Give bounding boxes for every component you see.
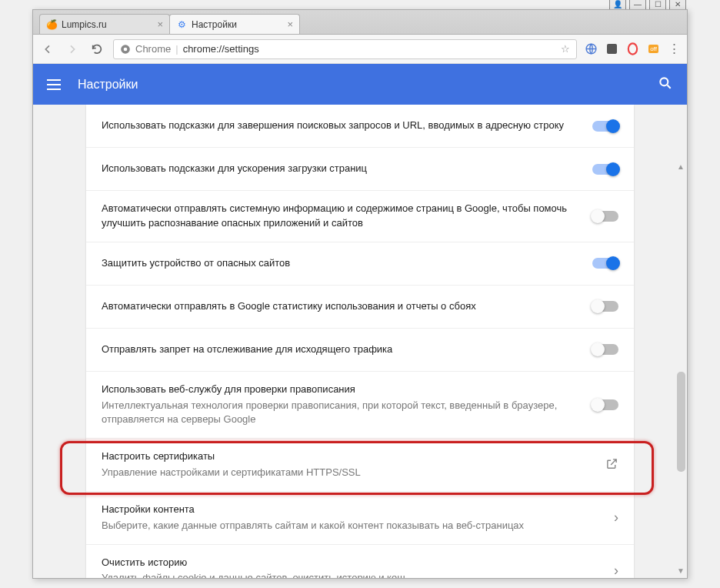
setting-label: Отправлять запрет на отслеживание для ис…	[102, 342, 578, 357]
setting-label: Автоматически отправлять в Google статис…	[102, 299, 578, 314]
opera-icon[interactable]	[626, 42, 639, 55]
setting-row-safebrowsing-report[interactable]: Автоматически отправлять системную инфор…	[86, 191, 634, 242]
setting-row-spellcheck[interactable]: Использовать веб-службу для проверки пра…	[86, 372, 634, 439]
tab-lumpics[interactable]: 🍊 Lumpics.ru ×	[39, 14, 170, 34]
setting-row-protect[interactable]: Защитить устройство от опасных сайтов	[86, 242, 634, 286]
setting-label: Автоматически отправлять системную инфор…	[102, 202, 578, 231]
menu-icon[interactable]	[47, 79, 61, 90]
tab-favicon-icon: 🍊	[46, 19, 57, 30]
setting-row-content-settings[interactable]: Настройки контента Выберите, какие данны…	[86, 492, 634, 545]
toggle-switch[interactable]	[592, 344, 618, 355]
setting-description: Выберите, какие данные отправлять сайтам…	[102, 519, 600, 533]
toggle-switch[interactable]	[592, 258, 618, 269]
address-bar[interactable]: Chrome | chrome://settings ☆	[113, 39, 577, 59]
extension-off-icon[interactable]: off	[647, 42, 660, 55]
reload-button[interactable]	[88, 41, 105, 58]
url-text: chrome://settings	[183, 43, 259, 55]
scroll-up-icon[interactable]: ▲	[677, 162, 685, 171]
globe-icon[interactable]	[585, 42, 598, 55]
setting-row-clear-history[interactable]: Очистить историю Удалить файлы cookie и …	[86, 545, 634, 578]
browser-window: 🍊 Lumpics.ru × ⚙ Настройки × Chrome | ch…	[32, 9, 688, 579]
toggle-switch[interactable]	[592, 211, 618, 222]
chrome-icon	[120, 44, 131, 55]
scrollbar-thumb[interactable]	[677, 372, 685, 472]
settings-page: Настройки Использовать подсказки для зав…	[33, 64, 687, 578]
setting-description: Удалить файлы cookie и данные сайтов, оч…	[102, 571, 600, 578]
extension-icons: off ⋮	[585, 42, 681, 55]
gear-icon: ⚙	[176, 19, 187, 30]
tab-strip: 🍊 Lumpics.ru × ⚙ Настройки ×	[33, 10, 687, 35]
external-link-icon	[605, 457, 618, 473]
close-icon[interactable]: ×	[287, 18, 293, 30]
svg-point-1	[124, 47, 128, 51]
toggle-switch[interactable]	[592, 301, 618, 312]
setting-label: Настройки контента	[102, 503, 600, 517]
page-title: Настройки	[78, 78, 138, 92]
setting-label: Использовать подсказки для завершения по…	[102, 119, 578, 133]
settings-card: Использовать подсказки для завершения по…	[86, 105, 634, 578]
setting-label: Защитить устройство от опасных сайтов	[102, 256, 578, 271]
setting-row-certificates[interactable]: Настроить сертификаты Управление настрой…	[86, 439, 634, 492]
forward-button[interactable]	[64, 41, 81, 58]
tab-label: Настройки	[192, 19, 237, 30]
search-icon[interactable]	[658, 75, 673, 94]
setting-row-usage-stats[interactable]: Автоматически отправлять в Google статис…	[86, 286, 634, 329]
scroll-down-icon[interactable]: ▼	[677, 566, 685, 575]
settings-content: Использовать подсказки для завершения по…	[33, 105, 687, 578]
close-icon[interactable]: ×	[157, 18, 163, 30]
browser-toolbar: Chrome | chrome://settings ☆ off ⋮	[33, 35, 687, 64]
chevron-right-icon: ›	[614, 509, 618, 526]
toggle-switch[interactable]	[592, 164, 618, 175]
setting-label: Использовать подсказки для ускорения заг…	[102, 162, 578, 176]
setting-label: Настроить сертификаты	[102, 449, 592, 464]
extension-icon[interactable]	[605, 42, 618, 55]
chevron-right-icon: ›	[614, 563, 618, 578]
settings-header: Настройки	[33, 64, 687, 105]
setting-label: Очистить историю	[102, 556, 600, 570]
back-button[interactable]	[39, 41, 56, 58]
toggle-switch[interactable]	[592, 399, 618, 410]
setting-row-prefetch[interactable]: Использовать подсказки для ускорения заг…	[86, 148, 634, 191]
url-separator: |	[175, 43, 178, 55]
tab-label: Lumpics.ru	[62, 19, 107, 30]
svg-point-3	[628, 43, 637, 54]
url-scheme-label: Chrome	[135, 43, 171, 55]
setting-label: Использовать веб-службу для проверки пра…	[102, 383, 578, 397]
tab-settings[interactable]: ⚙ Настройки ×	[169, 14, 300, 34]
setting-row-dnt[interactable]: Отправлять запрет на отслеживание для ис…	[86, 329, 634, 372]
setting-description: Интеллектуальная технология проверки пра…	[102, 399, 578, 428]
setting-row-autocomplete[interactable]: Использовать подсказки для завершения по…	[86, 105, 634, 148]
bookmark-star-icon[interactable]: ☆	[561, 43, 570, 55]
svg-point-4	[660, 78, 668, 85]
browser-menu-icon[interactable]: ⋮	[668, 42, 681, 55]
setting-description: Управление настройками и сертификатами H…	[102, 466, 592, 480]
toggle-switch[interactable]	[592, 121, 618, 132]
